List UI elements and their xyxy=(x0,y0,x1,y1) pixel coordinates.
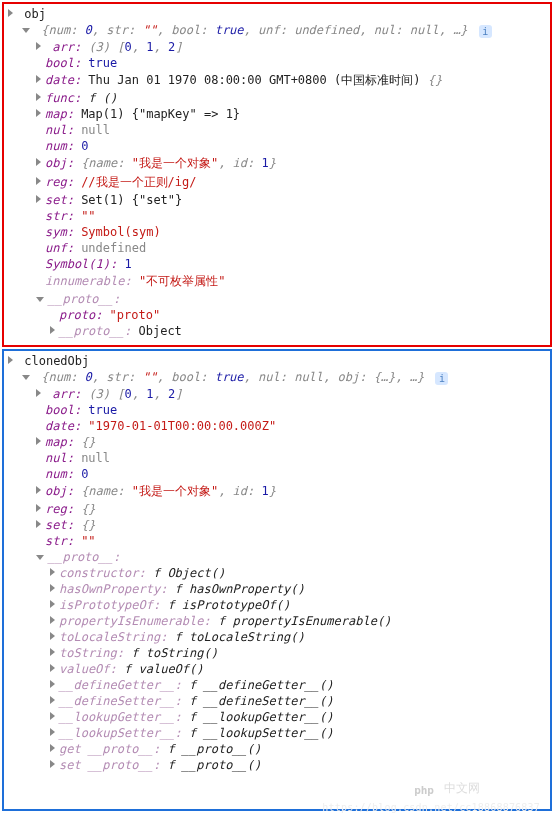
proto-item[interactable]: propertyIsEnumerable: f propertyIsEnumer… xyxy=(8,613,546,629)
expand-icon[interactable] xyxy=(8,356,13,364)
cloned-title: clonedObj xyxy=(24,354,89,368)
prop-proto[interactable]: __proto__: xyxy=(8,291,546,307)
expand-icon[interactable] xyxy=(8,9,13,17)
proto-child[interactable]: proto: "proto" xyxy=(8,307,546,323)
watermark: php 中文网 https://blog.csdn.net/cc18868876… xyxy=(8,773,546,803)
prop-proto[interactable]: __proto__: xyxy=(8,549,546,565)
expand-icon[interactable] xyxy=(36,437,41,445)
prop-arr[interactable]: arr: (3) [0, 1, 2] xyxy=(8,386,546,402)
expand-icon[interactable] xyxy=(36,93,41,101)
watermark-url: https://blog.csdn.net/cc18868876837 xyxy=(322,802,540,813)
expand-icon[interactable] xyxy=(50,600,55,608)
prop-str[interactable]: str: "" xyxy=(8,533,546,549)
expand-icon[interactable] xyxy=(36,75,41,83)
obj-title-row[interactable]: obj xyxy=(8,6,546,22)
prop-innumerable[interactable]: innumerable: "不可枚举属性" xyxy=(8,272,546,291)
collapse-icon[interactable] xyxy=(22,28,30,33)
prop-num[interactable]: num: 0 xyxy=(8,138,546,154)
expand-icon[interactable] xyxy=(36,389,41,397)
prop-num[interactable]: num: 0 xyxy=(8,466,546,482)
prop-func[interactable]: func: f () xyxy=(8,90,546,106)
prop-map[interactable]: map: {} xyxy=(8,434,546,450)
prop-obj[interactable]: obj: {name: "我是一个对象", id: 1} xyxy=(8,154,546,173)
expand-icon[interactable] xyxy=(50,712,55,720)
cloned-title-row[interactable]: clonedObj xyxy=(8,353,546,369)
info-icon[interactable]: i xyxy=(435,372,448,385)
proto-item[interactable]: set __proto__: f __proto__() xyxy=(8,757,546,773)
cloned-summary-text: {num: 0, str: "", bool: true, nul: null,… xyxy=(41,370,424,384)
expand-icon[interactable] xyxy=(36,520,41,528)
prop-nul[interactable]: nul: null xyxy=(8,122,546,138)
prop-set[interactable]: set: Set(1) {"set"} xyxy=(8,192,546,208)
prop-reg[interactable]: reg: {} xyxy=(8,501,546,517)
proto-item[interactable]: isPrototypeOf: f isPrototypeOf() xyxy=(8,597,546,613)
proto-item[interactable]: constructor: f Object() xyxy=(8,565,546,581)
prop-symbol-key[interactable]: Symbol(1): 1 xyxy=(8,256,546,272)
watermark-cn: 中文网 xyxy=(444,780,480,797)
prop-obj[interactable]: obj: {name: "我是一个对象", id: 1} xyxy=(8,482,546,501)
expand-icon[interactable] xyxy=(50,584,55,592)
expand-icon[interactable] xyxy=(36,486,41,494)
prop-arr[interactable]: arr: (3) [0, 1, 2] xyxy=(8,39,546,55)
collapse-icon[interactable] xyxy=(36,297,44,302)
prop-bool[interactable]: bool: true xyxy=(8,402,546,418)
expand-icon[interactable] xyxy=(50,568,55,576)
obj-summary-text: {num: 0, str: "", bool: true, unf: undef… xyxy=(41,23,467,37)
expand-icon[interactable] xyxy=(36,195,41,203)
prop-set[interactable]: set: {} xyxy=(8,517,546,533)
proto-item[interactable]: get __proto__: f __proto__() xyxy=(8,741,546,757)
expand-icon[interactable] xyxy=(36,158,41,166)
expand-icon[interactable] xyxy=(36,109,41,117)
expand-icon[interactable] xyxy=(50,680,55,688)
expand-icon[interactable] xyxy=(50,696,55,704)
prop-date[interactable]: date: Thu Jan 01 1970 08:00:00 GMT+0800 … xyxy=(8,71,546,90)
proto-item[interactable]: valueOf: f valueOf() xyxy=(8,661,546,677)
proto-proto[interactable]: __proto__: Object xyxy=(8,323,546,339)
prop-unf[interactable]: unf: undefined xyxy=(8,240,546,256)
expand-icon[interactable] xyxy=(50,760,55,768)
expand-icon[interactable] xyxy=(50,664,55,672)
prop-reg[interactable]: reg: //我是一个正则/ig/ xyxy=(8,173,546,192)
expand-icon[interactable] xyxy=(50,648,55,656)
proto-item[interactable]: __lookupGetter__: f __lookupGetter__() xyxy=(8,709,546,725)
expand-icon[interactable] xyxy=(36,177,41,185)
obj-title: obj xyxy=(24,7,46,21)
proto-item[interactable]: toString: f toString() xyxy=(8,645,546,661)
info-icon[interactable]: i xyxy=(479,25,492,38)
expand-icon[interactable] xyxy=(36,42,41,50)
collapse-icon[interactable] xyxy=(36,555,44,560)
proto-item[interactable]: __lookupSetter__: f __lookupSetter__() xyxy=(8,725,546,741)
proto-item[interactable]: hasOwnProperty: f hasOwnProperty() xyxy=(8,581,546,597)
cloned-summary[interactable]: {num: 0, str: "", bool: true, nul: null,… xyxy=(8,369,546,386)
prop-str[interactable]: str: "" xyxy=(8,208,546,224)
expand-icon[interactable] xyxy=(50,326,55,334)
proto-item[interactable]: __defineGetter__: f __defineGetter__() xyxy=(8,677,546,693)
expand-icon[interactable] xyxy=(36,504,41,512)
proto-item[interactable]: __defineSetter__: f __defineSetter__() xyxy=(8,693,546,709)
obj-panel: obj {num: 0, str: "", bool: true, unf: u… xyxy=(2,2,552,347)
prop-map[interactable]: map: Map(1) {"mapKey" => 1} xyxy=(8,106,546,122)
expand-icon[interactable] xyxy=(50,744,55,752)
collapse-icon[interactable] xyxy=(22,375,30,380)
proto-item[interactable]: toLocaleString: f toLocaleString() xyxy=(8,629,546,645)
prop-sym[interactable]: sym: Symbol(sym) xyxy=(8,224,546,240)
watermark-logo: php xyxy=(414,784,434,797)
expand-icon[interactable] xyxy=(50,728,55,736)
expand-icon[interactable] xyxy=(50,632,55,640)
cloned-panel: clonedObj {num: 0, str: "", bool: true, … xyxy=(2,349,552,811)
expand-icon[interactable] xyxy=(50,616,55,624)
obj-summary[interactable]: {num: 0, str: "", bool: true, unf: undef… xyxy=(8,22,546,39)
prop-nul[interactable]: nul: null xyxy=(8,450,546,466)
prop-bool[interactable]: bool: true xyxy=(8,55,546,71)
prop-date[interactable]: date: "1970-01-01T00:00:00.000Z" xyxy=(8,418,546,434)
